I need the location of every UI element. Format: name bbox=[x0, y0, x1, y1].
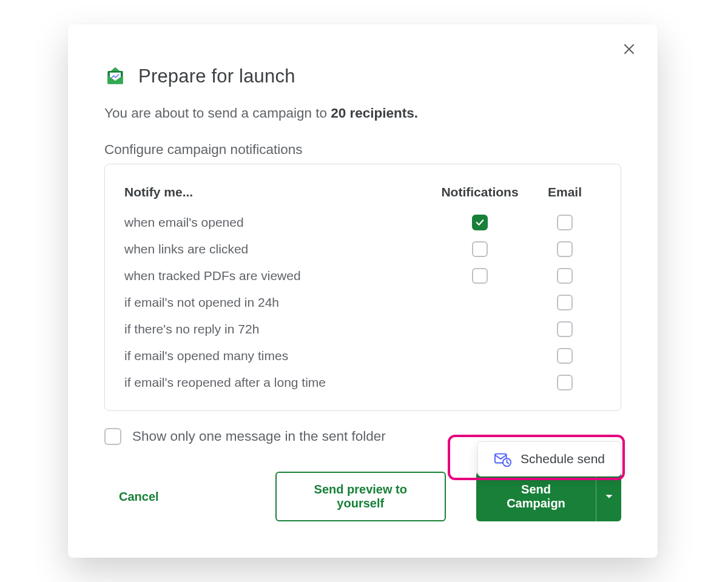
send-preview-button[interactable]: Send preview to yourself bbox=[275, 472, 446, 521]
schedule-send-menu-item[interactable]: Schedule send bbox=[477, 441, 621, 477]
notify-rule-label: when tracked PDFs are viewed bbox=[124, 269, 431, 283]
svg-marker-0 bbox=[111, 67, 120, 71]
email-checkbox[interactable] bbox=[557, 215, 573, 230]
notify-rule-label: if there's no reply in 72h bbox=[124, 322, 431, 336]
notify-rule-label: if email's opened many times bbox=[124, 349, 431, 363]
email-checkbox[interactable] bbox=[557, 295, 573, 310]
notifications-checkbox[interactable] bbox=[472, 241, 488, 257]
send-campaign-split-button: Send Campaign bbox=[476, 472, 621, 521]
check-icon bbox=[474, 217, 485, 228]
subtitle-prefix: You are about to send a campaign to bbox=[104, 105, 331, 121]
caret-down-icon bbox=[605, 492, 613, 501]
cancel-button[interactable]: Cancel bbox=[104, 480, 174, 513]
table-row: if there's no reply in 72h bbox=[124, 316, 601, 343]
email-checkbox[interactable] bbox=[557, 375, 573, 390]
table-row: when tracked PDFs are viewed bbox=[124, 263, 601, 289]
notify-rule-label: when email's opened bbox=[124, 215, 431, 230]
close-button[interactable] bbox=[619, 39, 639, 59]
notify-rule-label: if email's reopened after a long time bbox=[124, 375, 431, 390]
email-checkbox[interactable] bbox=[557, 241, 573, 257]
email-checkbox[interactable] bbox=[557, 321, 573, 337]
dialog-header: Prepare for launch bbox=[104, 65, 621, 87]
notify-rule-label: when links are clicked bbox=[124, 242, 431, 256]
table-row: when email's opened bbox=[124, 209, 601, 236]
email-checkbox[interactable] bbox=[557, 268, 573, 284]
col-notify-me: Notify me... bbox=[124, 185, 431, 199]
table-header-row: Notify me... Notifications Email bbox=[124, 179, 601, 206]
notifications-table: Notify me... Notifications Email when em… bbox=[104, 164, 621, 411]
table-row: if email's reopened after a long time bbox=[124, 369, 601, 396]
schedule-send-icon bbox=[494, 450, 512, 467]
dialog-title: Prepare for launch bbox=[138, 65, 295, 87]
sent-folder-checkbox[interactable] bbox=[104, 428, 121, 445]
table-row: if email's opened many times bbox=[124, 343, 601, 369]
email-checkbox[interactable] bbox=[557, 348, 573, 364]
dialog-subtitle: You are about to send a campaign to 20 r… bbox=[104, 105, 621, 121]
envelope-chart-icon bbox=[104, 65, 126, 87]
col-notifications: Notifications bbox=[431, 185, 528, 199]
table-row: when links are clicked bbox=[124, 236, 601, 263]
notify-rule-label: if email's not opened in 24h bbox=[124, 295, 431, 310]
send-campaign-dropdown[interactable] bbox=[596, 472, 621, 521]
configure-label: Configure campaign notifications bbox=[104, 142, 621, 158]
dialog-footer: Cancel Send preview to yourself Send Cam… bbox=[104, 472, 621, 521]
notifications-checkbox[interactable] bbox=[472, 215, 488, 230]
table-row: if email's not opened in 24h bbox=[124, 289, 601, 316]
subtitle-recipients: 20 recipients. bbox=[331, 105, 418, 121]
prepare-launch-dialog: Prepare for launch You are about to send… bbox=[68, 24, 658, 558]
col-email: Email bbox=[528, 185, 601, 199]
sent-folder-label: Show only one message in the sent folder bbox=[132, 429, 386, 444]
schedule-send-label: Schedule send bbox=[521, 452, 605, 466]
send-campaign-button[interactable]: Send Campaign bbox=[476, 472, 596, 521]
close-icon bbox=[622, 42, 636, 56]
notifications-checkbox[interactable] bbox=[472, 268, 488, 284]
